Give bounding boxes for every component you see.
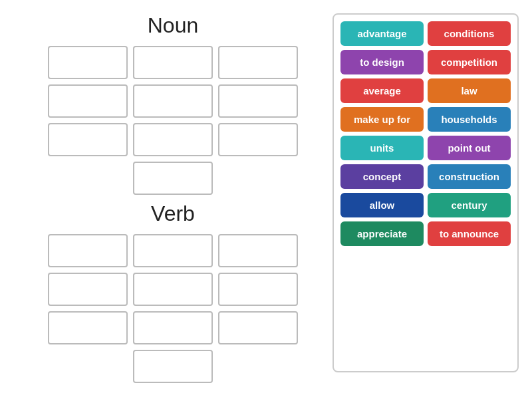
verb-cell-4[interactable] xyxy=(48,273,128,306)
word-chip-conditions[interactable]: conditions xyxy=(428,21,511,46)
word-chip-average[interactable]: average xyxy=(340,78,424,103)
word-chip-to-announce[interactable]: to announce xyxy=(428,221,511,246)
word-chip-units[interactable]: units xyxy=(340,136,424,160)
noun-cell-5[interactable] xyxy=(133,84,213,118)
verb-cell-2[interactable] xyxy=(133,234,213,267)
word-chip-law[interactable]: law xyxy=(428,78,511,103)
word-chip-make-up-for[interactable]: make up for xyxy=(340,107,424,132)
word-chip-to-design[interactable]: to design xyxy=(340,50,424,74)
word-chip-construction[interactable]: construction xyxy=(428,164,511,189)
verb-cell-6[interactable] xyxy=(218,273,298,306)
left-section: Noun Verb xyxy=(13,13,332,386)
noun-cell-1[interactable] xyxy=(48,46,128,79)
verb-cell-3[interactable] xyxy=(218,234,298,267)
verb-title: Verb xyxy=(151,201,195,226)
word-chip-advantage[interactable]: advantage xyxy=(340,21,424,46)
noun-cell-10[interactable] xyxy=(133,162,213,195)
word-chip-century[interactable]: century xyxy=(428,193,511,217)
noun-cell-6[interactable] xyxy=(218,84,298,118)
noun-cell-7[interactable] xyxy=(48,123,128,156)
verb-single-row xyxy=(133,350,213,383)
verb-cell-10[interactable] xyxy=(133,350,213,383)
word-chip-concept[interactable]: concept xyxy=(340,164,424,189)
main-container: Noun Verb xyxy=(0,0,532,399)
noun-grid xyxy=(48,46,298,156)
noun-cell-9[interactable] xyxy=(218,123,298,156)
verb-cell-1[interactable] xyxy=(48,234,128,267)
noun-cell-2[interactable] xyxy=(133,46,213,79)
verb-cell-9[interactable] xyxy=(218,311,298,344)
verb-cell-7[interactable] xyxy=(48,311,128,344)
word-chip-appreciate[interactable]: appreciate xyxy=(340,221,424,246)
noun-cell-3[interactable] xyxy=(218,46,298,79)
noun-cell-4[interactable] xyxy=(48,84,128,118)
word-chip-households[interactable]: households xyxy=(428,107,511,132)
verb-grid xyxy=(48,234,298,344)
word-chip-competition[interactable]: competition xyxy=(428,50,511,74)
word-bank: advantageconditionsto designcompetitiona… xyxy=(332,13,519,372)
noun-title: Noun xyxy=(148,13,199,38)
verb-cell-8[interactable] xyxy=(133,311,213,344)
noun-cell-8[interactable] xyxy=(133,123,213,156)
noun-single-row xyxy=(133,162,213,195)
word-chip-allow[interactable]: allow xyxy=(340,193,424,217)
word-chip-point-out[interactable]: point out xyxy=(428,136,511,160)
verb-cell-5[interactable] xyxy=(133,273,213,306)
